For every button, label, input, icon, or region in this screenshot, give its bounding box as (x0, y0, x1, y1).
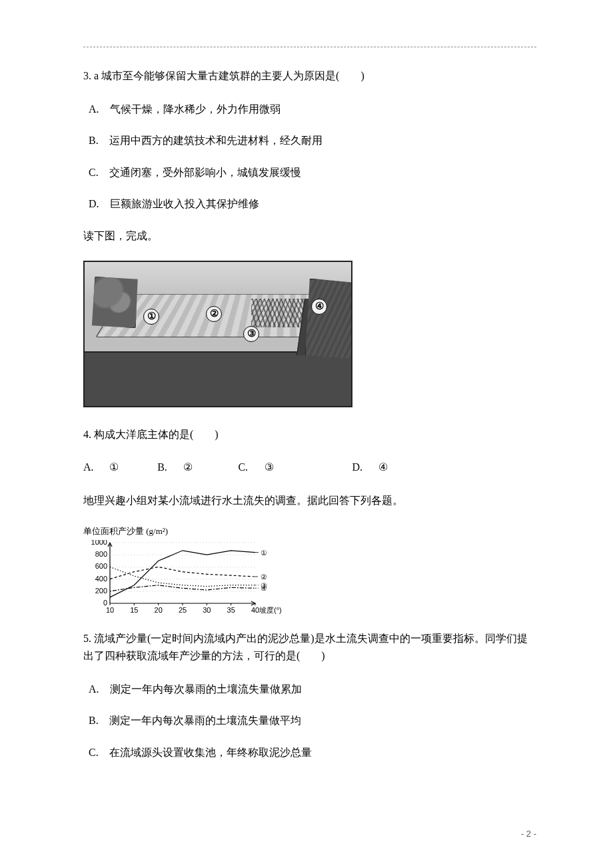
svg-text:40: 40 (251, 606, 259, 614)
q3-stem: 3. a 城市至今能够保留大量古建筑群的主要人为原因是( ) (83, 67, 536, 85)
q4-option-b: B. ② (157, 459, 193, 476)
of-label-1: ① (143, 309, 159, 325)
q4-c-label: C. (238, 459, 261, 476)
q3-option-b: B. 运用中西方的建筑技术和先进材料，经久耐用 (83, 132, 536, 149)
q4-d-value: ④ (378, 459, 388, 476)
q4-option-a: A. ① (83, 459, 119, 476)
sediment-chart-svg: 2004006008001000010152025303540坡度(°)①②③④ (83, 540, 289, 617)
of-label-4: ④ (311, 299, 327, 315)
of-label-3: ③ (243, 326, 259, 342)
of-right-block (305, 279, 351, 359)
q4-a-value: ① (109, 459, 119, 476)
svg-text:④: ④ (261, 584, 267, 592)
svg-text:200: 200 (95, 587, 107, 595)
q5-option-a: A. 测定一年内每次暴雨的土壤流失量做累加 (83, 681, 536, 698)
q4-d-label: D. (352, 459, 376, 476)
q5-option-c: C. 在流域源头设置收集池，年终称取泥沙总量 (83, 744, 536, 761)
q4-intro: 读下图，完成。 (83, 227, 536, 245)
of-left-ridge (88, 277, 143, 328)
q5-stem: 5. 流域产沙量(一定时间内流域内产出的泥沙总量)是水土流失调查中的一项重要指标… (83, 630, 536, 664)
q4-options-row: A. ① B. ② C. ③ D. ④ (83, 459, 536, 476)
q4-b-value: ② (183, 459, 193, 476)
top-dashed-rule (83, 47, 536, 47)
svg-text:20: 20 (155, 606, 163, 614)
svg-text:35: 35 (227, 606, 235, 614)
q3-option-a: A. 气候干燥，降水稀少，外力作用微弱 (83, 101, 536, 118)
q3-option-c: C. 交通闭塞，受外部影响小，城镇发展缓慢 (83, 164, 536, 181)
q3-option-d: D. 巨额旅游业收入投入其保护维修 (83, 195, 536, 213)
svg-text:15: 15 (130, 606, 138, 614)
q4-a-label: A. (83, 459, 107, 476)
q4-c-value: ③ (265, 459, 274, 476)
q4-option-c: C. ③ (238, 459, 273, 476)
q5-option-b: B. 测定一年内每次暴雨的土壤流失量做平均 (83, 712, 536, 729)
svg-text:坡度(°): 坡度(°) (259, 606, 282, 614)
q4-option-d: D. ④ (352, 459, 388, 476)
svg-text:1000: 1000 (91, 540, 107, 546)
svg-text:30: 30 (203, 606, 211, 614)
sediment-chart-figure: 单位面积产沙量 (g/m²) 2004006008001000010152025… (83, 525, 295, 611)
svg-text:10: 10 (106, 606, 114, 614)
of-label-2: ② (206, 306, 222, 322)
ocean-floor-diagram: ① ② ③ ④ (83, 261, 352, 407)
svg-text:①: ① (261, 549, 267, 557)
svg-text:25: 25 (179, 606, 187, 614)
svg-text:800: 800 (95, 550, 107, 558)
q5-intro: 地理兴趣小组对某小流域进行水土流失的调查。据此回答下列各题。 (83, 492, 536, 509)
of-front-cut (83, 351, 352, 406)
page-number: - 2 - (521, 827, 536, 841)
q4-b-label: B. (157, 459, 181, 476)
q4-stem: 4. 构成大洋底主体的是( ) (83, 426, 536, 443)
svg-text:②: ② (261, 573, 267, 581)
page: 3. a 城市至今能够保留大量古建筑群的主要人为原因是( ) A. 气候干燥，降… (0, 0, 613, 868)
svg-text:400: 400 (95, 575, 107, 583)
ocean-floor-figure: ① ② ③ ④ (83, 261, 536, 407)
svg-text:600: 600 (95, 563, 107, 571)
sediment-chart-title: 单位面积产沙量 (g/m²) (83, 525, 295, 539)
